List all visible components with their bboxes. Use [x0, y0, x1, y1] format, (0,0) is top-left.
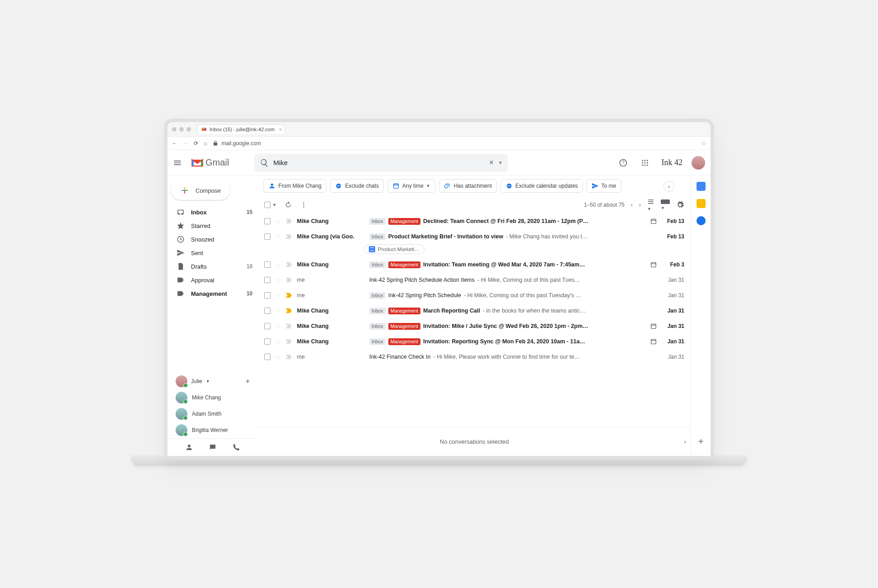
email-checkbox[interactable] — [264, 338, 271, 345]
star-icon[interactable]: ☆ — [275, 308, 281, 314]
sidebar-item-management[interactable]: Management10 — [167, 287, 258, 300]
email-checkbox[interactable] — [264, 261, 271, 268]
email-row[interactable]: ☆meInk-42 Finance Check InHi Mike, Pleas… — [258, 349, 691, 365]
hangouts-tab-chat-icon[interactable] — [209, 443, 217, 451]
reading-pane-placeholder: No conversations selected › — [258, 427, 691, 456]
importance-icon[interactable] — [285, 261, 292, 268]
email-row[interactable]: ☆Mike ChangInboxManagementInvitation: Te… — [258, 257, 691, 272]
compose-button[interactable]: Compose — [171, 181, 230, 200]
chip-exclude-calendar-updates[interactable]: Exclude calendar updates — [501, 179, 583, 193]
importance-icon[interactable] — [285, 218, 292, 224]
search-input[interactable] — [273, 159, 485, 166]
email-row[interactable]: ☆meInboxInk-42 Spring Pitch ScheduleHi M… — [258, 288, 691, 303]
importance-icon[interactable] — [285, 292, 292, 299]
importance-icon[interactable] — [285, 323, 292, 329]
star-icon[interactable]: ☆ — [275, 338, 281, 345]
sidebar-item-snoozed[interactable]: Snoozed — [167, 232, 258, 246]
nav-home-icon[interactable]: ⌂ — [204, 140, 207, 147]
importance-icon[interactable] — [285, 277, 292, 283]
email-checkbox[interactable] — [264, 354, 271, 360]
search-options-icon[interactable]: ▼ — [498, 161, 502, 165]
rail-tasks-icon[interactable] — [697, 216, 706, 225]
bookmark-star-icon[interactable]: ☆ — [701, 140, 706, 147]
hangouts-self-row[interactable]: Julie ▼ + — [167, 373, 258, 389]
url-text: mail.google.com — [221, 140, 261, 147]
browser-tab-bar: Inbox (15) - julie@ink-42.com × — [167, 122, 711, 137]
star-icon[interactable]: ☆ — [275, 323, 281, 330]
email-checkbox[interactable] — [264, 308, 271, 314]
email-row[interactable]: ☆Mike ChangInboxManagementInvitation: Re… — [258, 334, 691, 349]
email-row[interactable]: ☆Mike ChangInboxManagementDeclined: Team… — [258, 213, 691, 229]
rail-keep-icon[interactable] — [697, 199, 706, 208]
star-icon[interactable]: ☆ — [275, 233, 281, 240]
sidebar-item-approval[interactable]: Approval — [167, 273, 258, 287]
importance-icon[interactable] — [285, 308, 292, 314]
chip-has-attachment[interactable]: Has attachment — [439, 179, 497, 193]
star-icon[interactable]: ☆ — [275, 354, 281, 360]
account-avatar[interactable] — [692, 156, 705, 170]
nav-back-icon[interactable]: ← — [172, 140, 177, 147]
window-min-dot[interactable] — [179, 127, 184, 132]
page-prev-icon[interactable]: ‹ — [631, 202, 633, 208]
chip-any-time[interactable]: Any time▼ — [387, 179, 435, 193]
window-max-dot[interactable] — [186, 127, 191, 132]
hangouts-contact[interactable]: Adam Smith — [167, 406, 258, 422]
importance-icon[interactable] — [285, 338, 292, 345]
email-row[interactable]: ☆Mike ChangInboxManagementMarch Reportin… — [258, 303, 691, 318]
gmail-header: Gmail × ▼ ? Ink 42 — [167, 150, 711, 175]
chip-exclude-chats[interactable]: Exclude chats — [330, 179, 384, 193]
apps-grid-icon[interactable] — [637, 155, 653, 171]
email-checkbox[interactable] — [264, 292, 271, 299]
settings-gear-icon[interactable] — [676, 201, 684, 209]
hangouts-contact[interactable]: Mike Chang — [167, 389, 258, 406]
side-panel-toggle-icon[interactable]: › — [684, 438, 686, 445]
more-icon[interactable] — [300, 201, 307, 209]
email-checkbox[interactable] — [264, 233, 271, 240]
sidebar-item-sent[interactable]: Sent — [167, 246, 258, 260]
sidebar-item-inbox[interactable]: Inbox15 — [167, 205, 258, 219]
nav-forward-icon[interactable]: → — [183, 140, 188, 147]
star-icon[interactable]: ☆ — [275, 292, 281, 299]
new-chat-icon[interactable]: + — [246, 377, 250, 385]
select-all-checkbox[interactable] — [264, 202, 271, 208]
email-checkbox[interactable] — [264, 323, 271, 329]
window-close-dot[interactable] — [172, 127, 177, 132]
sidebar-item-drafts[interactable]: Drafts18 — [167, 260, 258, 273]
chip-to-me[interactable]: To me — [587, 179, 621, 193]
hangouts-tab-phone-icon[interactable] — [232, 443, 240, 451]
main-menu-icon[interactable] — [173, 158, 191, 167]
hangouts-contact[interactable]: Brigitta Werner — [167, 422, 258, 438]
email-row[interactable]: ☆meInk-42 Spring Pitch Schedule Action I… — [258, 272, 691, 288]
email-row[interactable]: ☆Mike Chang (via Goo.InboxProduct Market… — [258, 229, 691, 244]
star-icon[interactable]: ☆ — [275, 261, 281, 268]
refresh-icon[interactable] — [285, 201, 292, 209]
rail-addons-icon[interactable]: + — [698, 436, 704, 447]
hangouts-tab-contacts-icon[interactable] — [185, 443, 193, 451]
density-icon[interactable]: ▼ — [647, 198, 654, 212]
email-row[interactable]: ☆Mike ChangInboxManagementInvitation: Mi… — [258, 318, 691, 334]
gmail-logo[interactable]: Gmail — [191, 156, 254, 169]
tab-close-icon[interactable]: × — [279, 127, 282, 132]
email-checkbox[interactable] — [264, 277, 271, 283]
search-bar[interactable]: × ▼ — [254, 154, 508, 172]
sidebar-item-starred[interactable]: Starred — [167, 219, 258, 232]
browser-tab[interactable]: Inbox (15) - julie@ink-42.com × — [197, 124, 285, 134]
chip-from-mike-chang[interactable]: From Mike Chang — [263, 179, 326, 193]
chips-scroll-right-icon[interactable]: › — [663, 181, 674, 192]
search-clear-icon[interactable]: × — [489, 158, 494, 167]
support-icon[interactable]: ? — [616, 155, 631, 171]
importance-icon[interactable] — [285, 233, 292, 240]
input-tools-icon[interactable]: ▼ — [661, 199, 670, 211]
select-all-caret-icon[interactable]: ▼ — [272, 203, 277, 207]
svg-point-4 — [646, 160, 648, 161]
page-next-icon[interactable]: › — [639, 202, 641, 208]
sidebar-item-count: 18 — [247, 263, 253, 270]
star-icon[interactable]: ☆ — [275, 277, 281, 284]
star-icon[interactable]: ☆ — [275, 218, 281, 225]
rail-calendar-icon[interactable] — [697, 182, 706, 191]
email-attachment-chip[interactable]: Product Marketi… — [364, 244, 425, 254]
importance-icon[interactable] — [285, 354, 292, 360]
url-field[interactable]: mail.google.com — [212, 140, 696, 147]
nav-reload-icon[interactable]: ⟳ — [194, 140, 198, 147]
email-checkbox[interactable] — [264, 218, 271, 224]
